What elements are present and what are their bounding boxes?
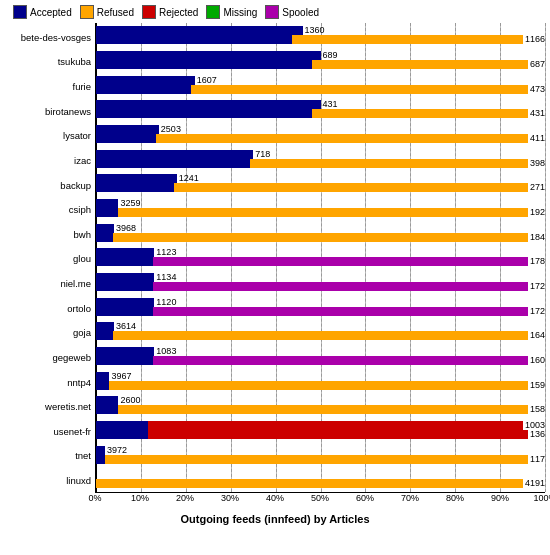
x-tick-0: 0% [88, 493, 101, 503]
legend-item-accepted: Accepted [13, 5, 72, 19]
bar-bot-csiph: 192 [96, 208, 545, 217]
bot-label-linuxd: 4191 [525, 479, 545, 488]
refused-legend-label: Refused [97, 7, 134, 18]
grid-line-100 [545, 23, 546, 492]
bot-label-nntp4: 159 [530, 381, 545, 390]
bar-bot-gegeweb: 160 [96, 356, 545, 365]
bar-bot-usenet-fr: 136 [96, 430, 545, 439]
top-label-backup: 1241 [179, 174, 199, 183]
bar-row-birotanews: 431431 [96, 98, 545, 120]
y-label-glou: glou [5, 248, 95, 270]
bot-label-goja: 164 [530, 331, 545, 340]
accepted-bar-goja [96, 322, 114, 331]
x-tick-3: 30% [221, 493, 239, 503]
bot-label-tnet: 117 [530, 455, 545, 464]
x-tick-8: 80% [446, 493, 464, 503]
bar-row-bete-des-vosges: 13601166 [96, 24, 545, 46]
chart-area: bete-des-vosgestsukubafuriebirotanewslys… [5, 23, 545, 493]
spooled-bar-ortolo [153, 307, 528, 316]
x-tick-2: 20% [176, 493, 194, 503]
bar-top-ortolo: 1120 [96, 298, 545, 307]
bot-label-ortolo: 172 [530, 307, 545, 316]
refused-bar-bete-des-vosges [292, 35, 523, 44]
accepted-bar-niel.me [96, 273, 154, 282]
top-label-tsukuba: 689 [323, 51, 338, 60]
accepted-bar2-bwh [96, 233, 113, 242]
bar-bot-linuxd: 4191 [96, 479, 545, 488]
bot-label-niel.me: 172 [530, 282, 545, 291]
accepted-bar-izac [96, 150, 253, 159]
bar-row-nntp4: 3967159 [96, 370, 545, 392]
x-tick-10: 100% [533, 493, 550, 503]
accepted-bar-nntp4 [96, 372, 109, 381]
bar-bot-glou: 178 [96, 257, 545, 266]
accepted-bar2-bete-des-vosges [96, 35, 292, 44]
accepted-bar2-ortolo [96, 307, 153, 316]
y-label-nntp4: nntp4 [5, 371, 95, 393]
bar-bot-lysator: 411 [96, 134, 545, 143]
bot-label-backup: 271 [530, 183, 545, 192]
bar-bot-tnet: 117 [96, 455, 545, 464]
bot-label-izac: 398 [530, 159, 545, 168]
top-label-bete-des-vosges: 1360 [305, 26, 325, 35]
chart-container: AcceptedRefusedRejectedMissingSpooled be… [0, 0, 550, 555]
accepted-legend-color [13, 5, 27, 19]
y-label-lysator: lysator [5, 125, 95, 147]
y-label-izac: izac [5, 149, 95, 171]
bot-label-csiph: 192 [530, 208, 545, 217]
bar-top-bwh: 3968 [96, 224, 545, 233]
bars-area: 1360116668968716074734314312503411718398… [95, 23, 545, 493]
bar-row-furie: 1607473 [96, 74, 545, 96]
accepted-bar-birotanews [96, 100, 321, 109]
y-label-niel.me: niel.me [5, 273, 95, 295]
refused-bar-weretis.net [118, 405, 528, 414]
accepted-bar-glou [96, 248, 154, 257]
bot-label-weretis.net: 158 [530, 405, 545, 414]
top-label-bwh: 3968 [116, 224, 136, 233]
top-label-tnet: 3972 [107, 446, 127, 455]
top-label-csiph: 3259 [120, 199, 140, 208]
accepted-bar2-gegeweb [96, 356, 153, 365]
rejected-legend-label: Rejected [159, 7, 198, 18]
refused-bar-izac [250, 159, 528, 168]
refused-bar-tnet [105, 455, 528, 464]
accepted-bar-tsukuba [96, 51, 321, 60]
bar-row-csiph: 3259192 [96, 197, 545, 219]
accepted-bar2-birotanews [96, 109, 312, 118]
bar-bot-tsukuba: 687 [96, 60, 545, 69]
bar-bot-furie: 473 [96, 85, 545, 94]
refused-bar-backup [174, 183, 528, 192]
bar-row-niel.me: 1134172 [96, 271, 545, 293]
bar-top-csiph: 3259 [96, 199, 545, 208]
top-label-glou: 1123 [156, 248, 176, 257]
bar-row-lysator: 2503411 [96, 123, 545, 145]
accepted-bar2-niel.me [96, 282, 153, 291]
accepted-bar-weretis.net [96, 396, 118, 405]
y-label-goja: goja [5, 322, 95, 344]
bar-top-weretis.net: 2600 [96, 396, 545, 405]
bot-label-bwh: 184 [530, 233, 545, 242]
bar-top-usenet-fr: 1003 [96, 421, 545, 430]
accepted-bar2-lysator [96, 134, 156, 143]
bar-bot-backup: 271 [96, 183, 545, 192]
y-labels: bete-des-vosgestsukubafuriebirotanewslys… [5, 23, 95, 493]
accepted-bar2-weretis.net [96, 405, 118, 414]
y-label-birotanews: birotanews [5, 100, 95, 122]
x-tick-6: 60% [356, 493, 374, 503]
y-label-weretis.net: weretis.net [5, 396, 95, 418]
accepted-bar2-backup [96, 183, 174, 192]
top-label-izac: 718 [255, 150, 270, 159]
y-label-ortolo: ortolo [5, 297, 95, 319]
top-label-ortolo: 1120 [156, 298, 176, 307]
rejected-bar2-usenet-fr [148, 430, 528, 439]
refused-bar-bwh [113, 233, 528, 242]
top-label-gegeweb: 1083 [156, 347, 176, 356]
accepted-bar2-izac [96, 159, 250, 168]
bar-bot-ortolo: 172 [96, 307, 545, 316]
bot-label-glou: 178 [530, 257, 545, 266]
bar-bot-bete-des-vosges: 1166 [96, 35, 545, 44]
x-tick-1: 10% [131, 493, 149, 503]
accepted-bar-tnet [96, 446, 105, 455]
accepted-bar-ortolo [96, 298, 154, 307]
x-axis-title: Outgoing feeds (innfeed) by Articles [5, 513, 545, 525]
